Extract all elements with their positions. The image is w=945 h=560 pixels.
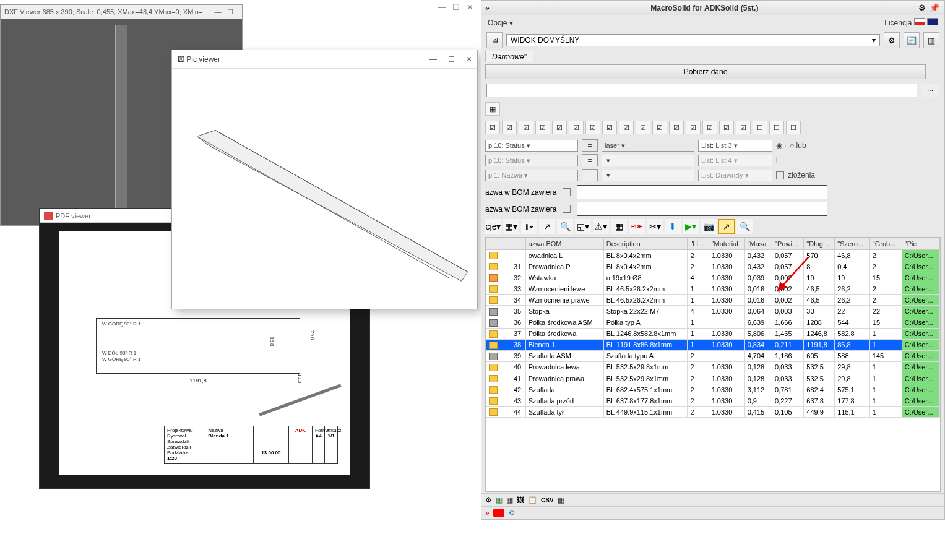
bom-contains-input2[interactable] bbox=[577, 202, 827, 216]
table-row[interactable]: 43Szuflada przódBL 637.8x177.8x1mm21.033… bbox=[486, 395, 940, 407]
grid-header[interactable]: Description bbox=[603, 238, 688, 250]
search-input[interactable] bbox=[486, 84, 917, 97]
tb-cb-19[interactable]: ☐ bbox=[786, 121, 801, 134]
tb-cb-16[interactable]: ☑ bbox=[736, 121, 751, 134]
pic-minimize-icon[interactable]: — bbox=[429, 50, 437, 68]
tb-cb-13[interactable]: ☑ bbox=[686, 121, 701, 134]
bom-grid[interactable]: azwa BOMDescription"Li..."Materiał"Masa"… bbox=[485, 237, 941, 492]
filter2-prop[interactable]: p.10: Status ▾ bbox=[485, 155, 578, 166]
pobierz-dane-button[interactable]: Pobierz dane bbox=[485, 64, 926, 79]
grid-header[interactable]: "Masa bbox=[744, 238, 772, 250]
teamviewer-icon[interactable]: ⟲ bbox=[508, 509, 514, 517]
panel-titlebar[interactable]: » MacroSolid for ADKSolid (5st.) ⚙ 📌 bbox=[481, 1, 944, 15]
grid-header[interactable] bbox=[511, 238, 526, 250]
youtube-icon[interactable] bbox=[493, 509, 504, 517]
find-icon[interactable]: 🔍 bbox=[557, 219, 573, 234]
grid-icon[interactable]: ▦▾ bbox=[503, 219, 519, 234]
grid-header[interactable]: "Dług... bbox=[804, 238, 835, 250]
down-icon[interactable]: ⬇ bbox=[665, 219, 681, 234]
tb-cb-7[interactable]: ☑ bbox=[585, 121, 600, 134]
export-icon[interactable]: ↗ bbox=[539, 219, 555, 234]
filter1-val[interactable]: laser ▾ bbox=[602, 140, 694, 152]
pic-maximize-icon[interactable]: ☐ bbox=[448, 50, 455, 68]
table-row[interactable]: owadnica LBL 8x0.4x2mm21.03300,4320,0575… bbox=[486, 250, 940, 261]
tb-cb-14[interactable]: ☑ bbox=[702, 121, 717, 134]
monitor-icon[interactable]: 🖥 bbox=[486, 32, 503, 48]
radio-i[interactable]: ◉ i bbox=[776, 141, 786, 150]
pin-icon[interactable]: 📌 bbox=[928, 2, 941, 14]
xls-icon[interactable]: ▦ bbox=[496, 496, 503, 504]
table-row[interactable]: 38Blenda 1BL 1191.8x86.8x1mm11.03300,834… bbox=[486, 339, 940, 350]
grid-header[interactable]: "Powi... bbox=[772, 238, 804, 250]
db-icon[interactable]: ▦ bbox=[506, 496, 513, 504]
tb-cb-3[interactable]: ☑ bbox=[519, 121, 533, 134]
tb-cb-1[interactable]: ☑ bbox=[485, 121, 500, 134]
tb-cb-11[interactable]: ☑ bbox=[652, 121, 667, 134]
filter3-prop[interactable]: p.1: Nazwa ▾ bbox=[485, 170, 578, 181]
tb-cb-4[interactable]: ☑ bbox=[535, 121, 550, 134]
table-row[interactable]: 37Półka środkowaBL 1246.8x582.8x1mm11.03… bbox=[486, 328, 940, 339]
dxf-close-icon[interactable]: — ☐ ✕ bbox=[214, 5, 238, 19]
bom-contains-checkbox[interactable] bbox=[563, 188, 571, 196]
tb-cb-12[interactable]: ☑ bbox=[669, 121, 684, 134]
tb-cb-18[interactable]: ☐ bbox=[769, 121, 784, 134]
grid-header[interactable]: "Materiał bbox=[709, 238, 744, 250]
refresh-icon[interactable]: 🔄 bbox=[904, 32, 920, 48]
cube-icon[interactable]: ◱▾ bbox=[575, 219, 591, 234]
chevrons-icon[interactable]: » bbox=[485, 509, 490, 517]
tab-darmowe[interactable]: Darmowe" bbox=[485, 51, 533, 62]
tb-cb-2[interactable]: ☑ bbox=[502, 121, 517, 134]
bom-contains-checkbox2[interactable] bbox=[563, 205, 571, 213]
expand-icon[interactable]: » bbox=[485, 4, 490, 12]
dxf-titlebar[interactable]: DXF Viewer 685 x 390; Scale: 0,455; XMax… bbox=[1, 5, 242, 19]
play-icon[interactable]: ▶▾ bbox=[683, 219, 699, 234]
ellipsis-button[interactable]: ... bbox=[921, 84, 939, 97]
grid-header[interactable]: "Grub... bbox=[869, 238, 902, 250]
gear3-icon[interactable]: ⚙ bbox=[485, 496, 492, 504]
clip-icon[interactable]: 📋 bbox=[528, 496, 537, 504]
opcje-dropdown[interactable]: Opcje ▾ bbox=[488, 19, 513, 27]
grid-header[interactable]: "Szero... bbox=[835, 238, 870, 250]
pic-titlebar[interactable]: 🖼 Pic viewer — ☐ ✕ bbox=[172, 50, 477, 69]
table-row[interactable]: 36Półka środkowa ASMPółka typ A16,6391,6… bbox=[486, 317, 940, 328]
tb-cb-8[interactable]: ☑ bbox=[602, 121, 617, 134]
window-controls[interactable]: — ☐ ✕ bbox=[431, 2, 481, 12]
filter1-list[interactable]: List: List 3 ▾ bbox=[698, 140, 772, 152]
tb-cb-5[interactable]: ☑ bbox=[552, 121, 567, 134]
pdf-icon-btn[interactable]: PDF bbox=[629, 219, 645, 234]
radio-lub[interactable]: ○ lub bbox=[790, 141, 806, 150]
cje-dropdown[interactable]: cje▾ bbox=[485, 219, 501, 234]
zlozenia-checkbox[interactable] bbox=[776, 171, 784, 179]
img-icon[interactable]: 🖼 bbox=[517, 496, 524, 504]
tb-cb-10[interactable]: ☑ bbox=[636, 121, 650, 134]
filter1-prop[interactable]: p.10: Status ▾ bbox=[485, 140, 578, 152]
bom-contains-input[interactable] bbox=[577, 185, 827, 199]
view-icon[interactable]: ▦ bbox=[485, 102, 500, 116]
grid-header[interactable]: "Pic bbox=[902, 238, 939, 250]
gear-icon[interactable]: ⚙ bbox=[916, 2, 928, 14]
doc-icon[interactable]: ▦ bbox=[611, 219, 627, 234]
table-row[interactable]: 44Szuflada tyłBL 449.9x115.1x1mm21.03300… bbox=[486, 407, 940, 418]
warn-icon[interactable]: ⚠▾ bbox=[593, 219, 609, 234]
cols-icon[interactable]: ⫿▾ bbox=[521, 219, 537, 234]
gear2-icon[interactable]: ⚙ bbox=[884, 32, 900, 48]
tb-cb-6[interactable]: ☑ bbox=[569, 121, 584, 134]
camera-icon[interactable]: 📷 bbox=[701, 219, 717, 234]
view-dropdown[interactable]: WIDOK DOMYŚLNY▾ bbox=[506, 34, 880, 46]
zoom-icon[interactable]: 🔍 bbox=[736, 219, 753, 234]
flag-uk-icon[interactable] bbox=[927, 18, 938, 25]
filter1-eq[interactable]: = bbox=[582, 139, 598, 152]
table-row[interactable]: 39Szuflada ASMSzuflada typu A24,7041,186… bbox=[486, 350, 940, 361]
grid-header[interactable]: "Li... bbox=[688, 238, 709, 250]
highlighted-open-icon[interactable]: ↗ bbox=[718, 219, 735, 234]
pic-close-icon[interactable]: ✕ bbox=[466, 50, 472, 68]
table-row[interactable]: 41Prowadnica prawaBL 532.5x29.8x1mm21.03… bbox=[486, 373, 940, 384]
table-row[interactable]: 31Prowadnica PBL 8x0.4x2mm21.03300,4320,… bbox=[486, 261, 940, 272]
table-row[interactable]: 40Prowadnica lewaBL 532.5x29.8x1mm21.033… bbox=[486, 361, 940, 373]
tb-cb-15[interactable]: ☑ bbox=[719, 121, 734, 134]
table-row[interactable]: 33Wzmocenieni leweBL 46.5x26.2x2mm11.033… bbox=[486, 283, 940, 295]
tb-cb-9[interactable]: ☑ bbox=[619, 121, 634, 134]
table-row[interactable]: 32Wstawkao 19x19 Ø841.03300,0390,0021919… bbox=[486, 272, 940, 283]
tb-cb-17[interactable]: ☐ bbox=[753, 121, 767, 134]
csv-button[interactable]: CSV bbox=[541, 497, 554, 504]
